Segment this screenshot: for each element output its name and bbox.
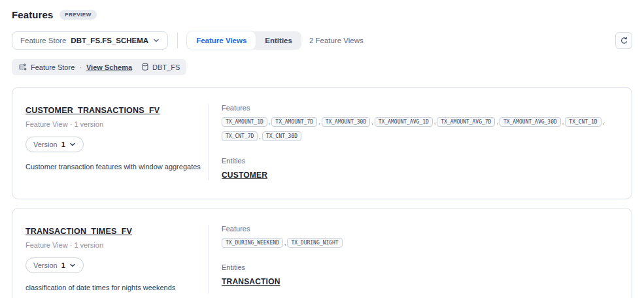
- feature-chip: TX_DURING_NIGHT: [287, 238, 342, 248]
- database-name: DBT_FS: [152, 63, 180, 71]
- feature-chip-list: TX_AMOUNT_1D,TX_AMOUNT_7D,TX_AMOUNT_30D,…: [222, 117, 619, 141]
- view-tabs: Feature Views Entities: [187, 31, 301, 50]
- page-header: Features PREVIEW: [12, 9, 632, 20]
- feature-view-card-transaction-times: TRANSACTION_TIMES_FV Feature View · 1 ve…: [12, 208, 632, 298]
- version-selector[interactable]: Version 1: [25, 257, 84, 273]
- feature-chip: TX_DURING_WEEKEND: [222, 238, 283, 248]
- feature-view-cards: CUSTOMER_TRANSACTIONS_FV Feature View · …: [12, 87, 632, 298]
- page-title: Features: [12, 9, 53, 20]
- feature-store-value: DBT_FS.FS_SCHEMA: [71, 37, 148, 44]
- feature-store-selector[interactable]: Feature Store DBT_FS.FS_SCHEMA: [12, 31, 168, 50]
- feature-chip-list: TX_DURING_WEEKEND,TX_DURING_NIGHT: [222, 238, 619, 248]
- view-schema-link[interactable]: View Schema: [86, 63, 132, 71]
- version-value: 1: [61, 261, 65, 269]
- card-summary: CUSTOMER_TRANSACTIONS_FV Feature View · …: [25, 104, 209, 180]
- version-label: Version: [33, 141, 58, 148]
- chip-separator: ,: [434, 119, 436, 125]
- feature-store-schema-icon: [18, 63, 27, 71]
- entity-link[interactable]: TRANSACTION: [222, 277, 280, 286]
- toolbar-divider: [177, 33, 178, 48]
- feature-store-label: Feature Store: [20, 37, 66, 44]
- chevron-down-icon: [69, 262, 76, 269]
- toolbar: Feature Store DBT_FS.FS_SCHEMA Feature V…: [12, 31, 632, 50]
- feature-chip: TX_AMOUNT_AVG_7D: [437, 117, 495, 127]
- chip-separator: ,: [603, 119, 605, 125]
- version-value: 1: [61, 141, 65, 148]
- feature-view-subtitle: Feature View · 1 version: [25, 120, 204, 128]
- preview-badge: PREVIEW: [59, 10, 96, 20]
- refresh-button[interactable]: [615, 32, 632, 49]
- chevron-down-icon: [153, 37, 160, 44]
- feature-chip: TX_AMOUNT_30D: [322, 117, 371, 127]
- tab-entities[interactable]: Entities: [256, 31, 301, 50]
- refresh-icon: [620, 37, 628, 45]
- feature-chip: TX_CNT_30D: [262, 131, 301, 141]
- features-label: Features: [222, 104, 619, 112]
- entity-link[interactable]: CUSTOMER: [222, 171, 267, 180]
- version-label: Version: [33, 261, 58, 269]
- breadcrumb: Feature Store · View Schema DBT_FS: [12, 59, 186, 75]
- entities-label: Entities: [222, 157, 619, 165]
- entities-label: Entities: [222, 263, 619, 271]
- card-details: Features TX_DURING_WEEKEND,TX_DURING_NIG…: [209, 225, 619, 293]
- tab-feature-views[interactable]: Feature Views: [187, 31, 256, 50]
- card-details: Features TX_AMOUNT_1D,TX_AMOUNT_7D,TX_AM…: [209, 104, 619, 180]
- feature-view-description: classification of date times for nights …: [25, 283, 204, 293]
- feature-view-link[interactable]: CUSTOMER_TRANSACTIONS_FV: [25, 106, 160, 115]
- chip-separator: ,: [284, 240, 286, 246]
- breadcrumb-separator: ·: [79, 63, 82, 71]
- chip-separator: ,: [496, 119, 498, 125]
- chip-separator: ,: [259, 133, 261, 140]
- feature-view-card-customer-transactions: CUSTOMER_TRANSACTIONS_FV Feature View · …: [12, 87, 632, 199]
- feature-chip: TX_AMOUNT_7D: [271, 117, 317, 127]
- feature-chip: TX_CNT_7D: [222, 131, 258, 141]
- features-label: Features: [222, 225, 619, 233]
- chip-separator: ,: [371, 119, 373, 125]
- chip-separator: ,: [562, 119, 564, 125]
- feature-chip: TX_AMOUNT_AVG_30D: [500, 117, 561, 127]
- breadcrumb-database: DBT_FS: [141, 63, 180, 71]
- chevron-down-icon: [69, 141, 76, 148]
- feature-chip: TX_AMOUNT_1D: [222, 117, 267, 127]
- chip-separator: ,: [269, 119, 271, 125]
- feature-chip: TX_AMOUNT_AVG_1D: [375, 117, 433, 127]
- feature-view-link[interactable]: TRANSACTION_TIMES_FV: [25, 227, 132, 236]
- breadcrumb-store-label: Feature Store: [31, 63, 75, 71]
- feature-view-subtitle: Feature View · 1 version: [25, 241, 204, 249]
- card-summary: TRANSACTION_TIMES_FV Feature View · 1 ve…: [25, 225, 209, 293]
- chip-separator: ,: [318, 119, 320, 125]
- feature-chip: TX_CNT_1D: [565, 117, 601, 127]
- features-page: Features PREVIEW Feature Store DBT_FS.FS…: [0, 0, 644, 298]
- version-selector[interactable]: Version 1: [25, 137, 84, 152]
- feature-view-description: Customer transaction features with windo…: [25, 162, 204, 173]
- feature-views-count: 2 Feature Views: [309, 37, 364, 44]
- database-icon: [141, 63, 149, 71]
